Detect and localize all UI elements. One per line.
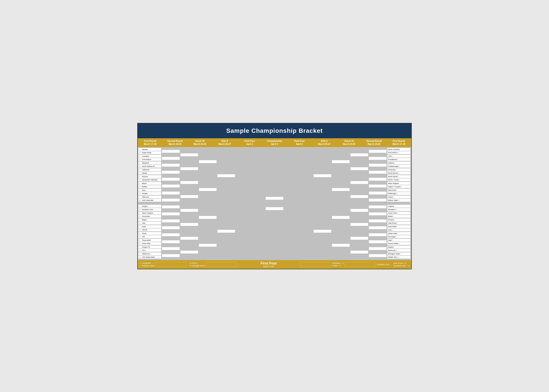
ff-seed-3: 16 (189, 262, 191, 264)
team-name: VCU (142, 249, 146, 251)
team-name: Michigan State (388, 253, 400, 255)
team-name: Miami (142, 182, 146, 184)
ff-team-holycross: Holy Cross 16 (393, 262, 410, 264)
blank-slot (369, 164, 386, 167)
ff-name-michigan: Michigan (333, 262, 341, 264)
seed-number: 3 (139, 183, 142, 184)
first-four-title: First Four March 15-20 (238, 261, 299, 267)
team-name: Steph. F. Austin (388, 186, 400, 188)
round-header-4: Elite 8March 26-27 (212, 138, 237, 147)
blank-slot (350, 167, 368, 170)
seed-number: 7 (396, 189, 398, 191)
team-slot: 7Iowa (138, 189, 161, 192)
seed-number: 4 (396, 226, 399, 227)
team-slot: 10VCU (138, 249, 161, 252)
seed-number: 14 (400, 186, 403, 188)
matchup: 3West Virginia14Steph. F. Austin (387, 182, 411, 188)
team-slot: 8Colorado (138, 155, 161, 158)
round-header-8: Sweet 16March 24-25 (337, 138, 362, 147)
seed-number: 8 (392, 155, 394, 157)
matchup: 1North Carolina16FGCU/FDU (387, 148, 411, 154)
round-header-7: Elite 8March 26-27 (312, 138, 337, 147)
main-bracket: 1Kansas16Austin Peay8Colorado9Connecticu… (138, 147, 411, 260)
seed-number: 14 (398, 243, 400, 244)
blank-slot (369, 192, 386, 195)
blank-slot (217, 230, 235, 233)
team-slot: 2Oklahoma (138, 252, 161, 255)
blank-slot (369, 226, 386, 229)
right-r2 (369, 148, 387, 259)
round-header-2: Second RoundMarch 19-20 (163, 138, 187, 147)
team-name: Purdue (388, 219, 394, 221)
team-slot: 6Notre Dame (387, 175, 410, 178)
seed-number: 10 (139, 193, 142, 194)
ff-name-tulsa: Tulsa (333, 265, 337, 267)
seed-number: 16 (397, 152, 399, 154)
blank-slot (180, 237, 198, 240)
blank-slot (332, 160, 349, 163)
team-slot: 3Miami (138, 182, 161, 185)
round-header-9: Second RoundMarch 19-20 (362, 138, 386, 147)
blank-slot (369, 171, 386, 174)
matchup: 5Maryland12South Dakota St. (138, 161, 162, 168)
matchup: 6Texas11UNI (138, 232, 162, 238)
ff-seed-6: 11 (339, 265, 341, 267)
seed-number: 16 (395, 209, 398, 210)
right-r4 (332, 148, 350, 259)
team-name: Kansas (142, 148, 148, 150)
seed-number: 3 (139, 239, 142, 241)
blank-slot (180, 251, 198, 253)
matchup: 3Texas A&M14Green Bay (138, 239, 162, 245)
team-slot: 14Steph. F. Austin (387, 185, 410, 188)
seed-number: 2 (393, 196, 395, 198)
round-header-10: First RoundMarch 17-18 (386, 138, 411, 147)
team-name: Gonzaga (388, 236, 395, 238)
team-slot: 16Hampton (387, 208, 410, 211)
seed-number: 2 (139, 196, 142, 198)
team-name: Vanderbilt / Witchita (142, 179, 157, 181)
left-r4 (199, 148, 217, 259)
team-name: Colorado (142, 155, 149, 157)
matchup: 7Dayton10Syracuse (387, 246, 411, 252)
blank-slot (332, 216, 349, 219)
seed-number: 11 (395, 236, 398, 238)
team-name: Saint Joseph's (142, 212, 153, 214)
seed-number: 2 (400, 253, 402, 255)
team-name: Cincinnati (142, 215, 150, 217)
team-name: Selton Hall (388, 232, 397, 234)
team-slot: 1North Carolina (387, 148, 410, 151)
team-slot: 1Kansas (138, 148, 161, 151)
round-header-6: Final FourApril 2 (287, 138, 312, 147)
blank-slot (350, 195, 368, 198)
team-slot: 1Oregon (138, 205, 161, 208)
team-slot: 10Pittsburgh (387, 192, 410, 195)
seed-number: 7 (139, 189, 142, 191)
blank-slot (199, 188, 216, 191)
seed-number: 7 (139, 246, 142, 248)
matchup: 1Oregon16Southern Univ. (138, 205, 162, 211)
team-name: Oregon St. (142, 246, 150, 248)
blank-slot (162, 157, 180, 160)
team-slot: 11Vanderbilt / Witchita (138, 178, 161, 181)
seed-number: 6 (139, 176, 142, 177)
team-name: Villanova (142, 196, 149, 198)
right-r1: 1North Carolina16FGCU/FDU8USC9Providence… (387, 148, 411, 259)
blank-slot (369, 219, 386, 222)
seed-number: 14 (139, 186, 142, 188)
team-name: UNC-Asheville (142, 199, 153, 201)
matchup: 6Notre Dame11MICH / Tulsa (387, 175, 411, 181)
ff-left-1: 11 Vanderbilt 11 Witchita State (139, 262, 154, 267)
matchup: 1Kansas16Austin Peay (138, 148, 162, 154)
team-name: Dayton (388, 246, 393, 248)
team-name: Texas A&M (142, 239, 151, 241)
matchup: 2Michigan State15Middle Tenn. (387, 252, 411, 259)
team-slot: 11Gonzaga (387, 235, 410, 238)
matchup: 4Iowa State13Iona (387, 225, 411, 231)
left-r1: 1Kansas16Austin Peay8Colorado9Connecticu… (138, 148, 162, 259)
team-name: FGCU/FDU (388, 152, 397, 154)
team-name: Arizona (142, 175, 148, 178)
team-slot: 16Southern Univ. (138, 208, 161, 211)
ff-team-fairleigh: 16 Fairleigh D'son (189, 265, 205, 267)
team-name: Temple (142, 192, 148, 195)
ff-seed-8: 16 (407, 265, 410, 267)
